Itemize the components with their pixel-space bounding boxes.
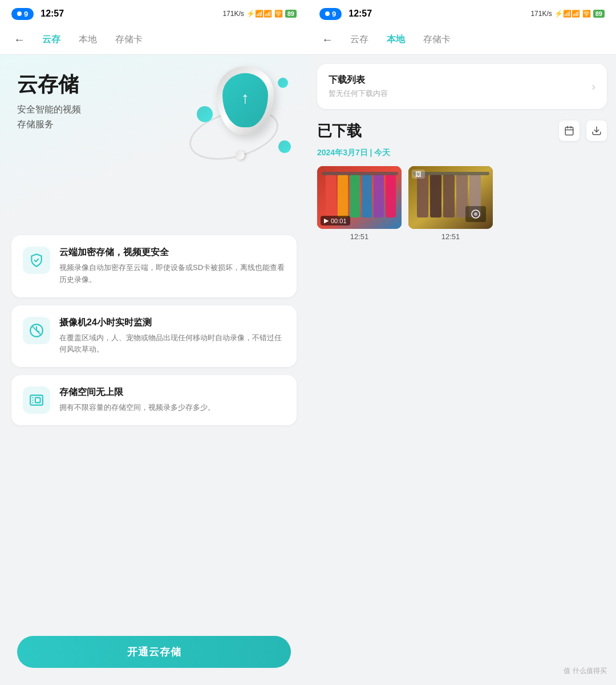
status-time-right: 12:57 [348, 9, 372, 19]
features-section: 云端加密存储，视频更安全 视频录像自动加密存至云端，即使设备或SD卡被损坏，离线… [0, 226, 308, 627]
feature-icon-disk [23, 386, 50, 414]
location-icon-right: 9 [332, 10, 336, 18]
svg-rect-20 [430, 175, 441, 217]
deco-shape-1 [197, 106, 213, 122]
svg-rect-11 [338, 175, 348, 217]
svg-rect-19 [417, 175, 428, 217]
feature-card-storage: 存储空间无上限 拥有不限容量的存储空间，视频录多少存多少。 [11, 375, 297, 425]
svg-rect-2 [35, 398, 40, 403]
video-duration: 00:01 [331, 217, 347, 224]
photo-badge: 🖼 [412, 170, 425, 179]
svg-rect-15 [386, 175, 396, 217]
tab-local-right[interactable]: 本地 [383, 31, 408, 48]
svg-rect-10 [326, 175, 336, 217]
thumb-time-2: 12:51 [408, 232, 493, 241]
bottom-btn-container: 开通云存储 [0, 627, 308, 685]
svg-point-27 [474, 212, 477, 216]
date-label: 2024年3月7日 | 今天 [317, 148, 607, 158]
feature-title-1: 云端加密存储，视频更安全 [59, 247, 285, 259]
location-pill-right: 9 [319, 8, 342, 20]
hero-section: 云存储 安全智能的视频存储服务 ↑ [0, 55, 308, 226]
speed-right: 171K/s [530, 10, 552, 18]
thumb-item-photo[interactable]: 🖼 12:51 [408, 166, 493, 241]
watermark-text: 什么值得买 [573, 666, 607, 676]
status-bar-left: 9 12:57 171K/s ⚡📶📶 🛜 89 [0, 0, 308, 25]
status-bar-right: 9 12:57 171K/s ⚡📶📶 🛜 89 [308, 0, 616, 25]
signal-icons-left: ⚡📶📶 [246, 10, 272, 18]
status-left: 9 12:57 [11, 8, 64, 20]
svg-rect-12 [350, 175, 360, 217]
speed-left: 171K/s [222, 10, 244, 18]
watermark: 值 什么值得买 [564, 666, 607, 676]
status-right-left: 171K/s ⚡📶📶 🛜 89 [222, 10, 297, 18]
photo-icon: 🖼 [415, 171, 422, 178]
svg-rect-14 [374, 175, 384, 217]
feature-desc-2: 在覆盖区域内，人、宠物或物品出现任何移动时自动录像，不错过任何风吹草动。 [59, 332, 285, 356]
dl-chevron-icon: › [591, 80, 595, 93]
status-time-left: 12:57 [40, 9, 64, 19]
svg-rect-21 [443, 175, 455, 217]
back-button-left[interactable]: ← [11, 31, 27, 49]
watermark-icon: 值 [564, 666, 570, 676]
svg-rect-3 [565, 127, 573, 135]
downloaded-title: 已下载 [317, 121, 362, 141]
feature-icon-shield [23, 247, 50, 274]
thumb-img-photo: 🖼 [408, 166, 493, 229]
feature-card-encryption: 云端加密存储，视频更安全 视频录像自动加密存至云端，即使设备或SD卡被损坏，离线… [11, 235, 297, 297]
left-panel: 9 12:57 171K/s ⚡📶📶 🛜 89 ← 云存 本地 存储卡 云存储 … [0, 0, 308, 685]
feature-icon-clock [23, 317, 50, 344]
downloaded-section: 已下载 2 [308, 109, 616, 241]
signal-icons-right: ⚡📶📶 [554, 10, 580, 18]
feature-text-encryption: 云端加密存储，视频更安全 视频录像自动加密存至云端，即使设备或SD卡被损坏，离线… [59, 247, 285, 286]
tab-sdcard-right[interactable]: 存储卡 [420, 31, 454, 48]
deco-shape-3 [278, 78, 288, 88]
thumbnail-row: ▶ 00:01 12:51 [317, 166, 607, 241]
shield-upload-icon: ↑ [241, 89, 249, 107]
thumb-item-video[interactable]: ▶ 00:01 12:51 [317, 166, 402, 241]
dl-list-title: 下载列表 [329, 74, 388, 86]
svg-rect-13 [362, 175, 372, 217]
hero-illustration: ↑ [194, 61, 297, 175]
calendar-icon-btn[interactable] [559, 120, 579, 141]
feature-desc-3: 拥有不限容量的存储空间，视频录多少存多少。 [59, 402, 215, 414]
nav-bar-left: ← 云存 本地 存储卡 [0, 25, 308, 55]
battery-left: 89 [285, 10, 297, 18]
location-icon: 9 [24, 10, 28, 18]
wifi-icon-left: 🛜 [274, 10, 283, 18]
feature-card-monitoring: 摄像机24小时实时监测 在覆盖区域内，人、宠物或物品出现任何移动时自动录像，不错… [11, 305, 297, 368]
status-left-right: 9 12:57 [319, 8, 372, 20]
nav-bar-right: ← 云存 本地 存储卡 [308, 25, 616, 55]
deco-shape-2 [278, 140, 291, 153]
downloaded-header: 已下载 [317, 120, 607, 141]
dl-list-text: 下载列表 暂无任何下载内容 [329, 74, 388, 99]
video-duration-badge: ▶ 00:01 [321, 216, 350, 225]
activate-cloud-button[interactable]: 开通云存储 [17, 636, 291, 668]
header-icons [559, 120, 607, 141]
feature-title-2: 摄像机24小时实时监测 [59, 317, 285, 329]
export-icon-btn[interactable] [586, 120, 607, 141]
feature-desc-1: 视频录像自动加密存至云端，即使设备或SD卡被损坏，离线也能查看历史录像。 [59, 262, 285, 286]
play-icon: ▶ [324, 217, 329, 224]
feature-text-monitoring: 摄像机24小时实时监测 在覆盖区域内，人、宠物或物品出现任何移动时自动录像，不错… [59, 317, 285, 356]
location-pill: 9 [11, 8, 34, 20]
thumb-time-1: 12:51 [317, 232, 402, 241]
feature-title-3: 存储空间无上限 [59, 386, 215, 398]
wifi-icon-right: 🛜 [582, 10, 591, 18]
status-right-right: 171K/s ⚡📶📶 🛜 89 [530, 10, 605, 18]
download-list-card[interactable]: 下载列表 暂无任何下载内容 › [317, 64, 607, 109]
back-button-right[interactable]: ← [319, 31, 335, 49]
tab-cloud-right[interactable]: 云存 [347, 31, 372, 48]
tab-local-left[interactable]: 本地 [75, 31, 100, 48]
tab-cloud-left[interactable]: 云存 [39, 31, 64, 48]
tab-sdcard-left[interactable]: 存储卡 [112, 31, 146, 48]
dl-list-subtitle: 暂无任何下载内容 [329, 88, 388, 99]
thumb-img-video: ▶ 00:01 [317, 166, 402, 229]
right-panel: 9 12:57 171K/s ⚡📶📶 🛜 89 ← 云存 本地 存储卡 下载列表… [308, 0, 616, 685]
feature-text-storage: 存储空间无上限 拥有不限容量的存储空间，视频录多少存多少。 [59, 386, 215, 414]
battery-right: 89 [593, 10, 605, 18]
svg-rect-16 [322, 172, 398, 175]
